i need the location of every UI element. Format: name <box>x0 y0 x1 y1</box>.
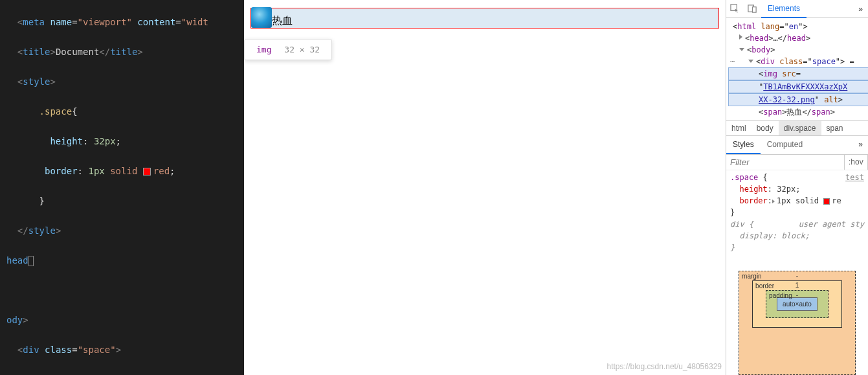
editor-line: <img src="TB1AmBvKFXXXXazXpXXXXXX <box>6 372 238 375</box>
tabs-overflow-icon[interactable]: » <box>853 1 868 17</box>
crumb-html[interactable]: html <box>726 121 751 135</box>
tooltip-tag: img <box>256 45 271 54</box>
tab-styles[interactable]: Styles <box>726 136 761 154</box>
editor-line <box>6 283 238 298</box>
margin-top-value: - <box>796 272 798 279</box>
dom-node[interactable]: <html lang="en"> <box>729 21 868 32</box>
hov-toggle[interactable]: :hov <box>844 155 867 170</box>
tooltip-dimensions: 32 × 32 <box>284 45 320 54</box>
editor-line: } <box>6 194 238 209</box>
inspect-icon[interactable] <box>730 4 740 14</box>
crumb-span[interactable]: span <box>821 121 849 135</box>
dom-node[interactable]: <body> <box>729 44 868 56</box>
editor-line: ody> <box>6 313 238 328</box>
page-preview[interactable]: 热血 img 32 × 32 https://blog.csdn.net/u_4… <box>244 0 726 375</box>
earth-image[interactable] <box>251 7 272 28</box>
color-swatch-icon <box>143 168 151 176</box>
editor-line: <meta name="viewport" content="widt <box>6 15 238 30</box>
editor-line: <div class="space"> <box>6 343 238 358</box>
span-text: 热血 <box>272 14 293 28</box>
tab-computed[interactable]: Computed <box>761 136 809 154</box>
breadcrumb: html body div.space span <box>726 120 868 136</box>
device-icon[interactable] <box>748 4 757 14</box>
box-content[interactable]: auto×auto <box>777 297 818 311</box>
expand-shorthand-icon[interactable] <box>772 199 775 203</box>
space-div[interactable]: 热血 <box>250 8 719 28</box>
box-margin[interactable]: - 1 - auto×auto <box>739 271 856 375</box>
border-top-value: 1 <box>796 282 799 289</box>
editor-line: .space{ <box>6 104 238 119</box>
dom-node-selected[interactable]: "TB1AmBvKFXXXXazXpX <box>728 80 868 93</box>
styles-overflow-icon[interactable]: » <box>853 136 868 154</box>
editor-line: <style> <box>6 74 238 89</box>
tab-elements[interactable]: Elements <box>761 0 807 18</box>
styles-tabs: Styles Computed » <box>726 136 868 155</box>
padding-top-value: - <box>796 291 798 299</box>
editor-line: <title>Document</title> <box>6 45 238 60</box>
crumb-body[interactable]: body <box>751 121 779 135</box>
svg-rect-2 <box>753 7 757 12</box>
watermark-text: https://blog.csdn.net/u_48056329 <box>607 362 722 371</box>
dom-node-selected[interactable]: XX-32-32.png" alt> <box>728 93 868 106</box>
editor-line: border: 1px solid red; <box>6 164 238 179</box>
code-editor[interactable]: <meta name="viewport" content="widt <tit… <box>0 0 244 375</box>
collapse-icon[interactable] <box>739 48 744 51</box>
style-rules[interactable]: .space {test height: 32px; border:1px so… <box>726 170 868 255</box>
crumb-div[interactable]: div.space <box>779 121 821 135</box>
cursor-icon <box>28 256 34 266</box>
editor-line: </style> <box>6 223 238 238</box>
dom-node[interactable]: ⋯<div class="space"> = <box>729 56 868 67</box>
box-border[interactable]: 1 - auto×auto <box>752 280 842 328</box>
editor-line: head <box>6 253 238 268</box>
box-model[interactable]: - 1 - auto×auto <box>726 255 868 375</box>
dom-node[interactable]: <head>…</head> <box>729 32 868 44</box>
element-tooltip: img 32 × 32 <box>244 39 332 60</box>
box-padding[interactable]: - auto×auto <box>766 290 829 318</box>
styles-filter-input[interactable] <box>726 155 844 170</box>
collapse-icon[interactable] <box>748 60 753 63</box>
devtools-panel: Elements » <html lang="en"> <head>…</hea… <box>726 0 868 375</box>
devtools-toolbar: Elements » <box>726 0 868 18</box>
dom-node-selected[interactable]: <img src= <box>728 67 868 80</box>
editor-line: height: 32px; <box>6 134 238 149</box>
dom-tree[interactable]: <html lang="en"> <head>…</head> <body> ⋯… <box>726 18 868 120</box>
ellipsis-icon[interactable]: ⋯ <box>730 56 735 67</box>
styles-filter-row: :hov .c <box>726 155 868 170</box>
expand-icon[interactable] <box>739 34 742 40</box>
dom-node[interactable]: <span>热血</span> <box>729 106 868 118</box>
color-swatch-icon[interactable] <box>823 198 830 205</box>
